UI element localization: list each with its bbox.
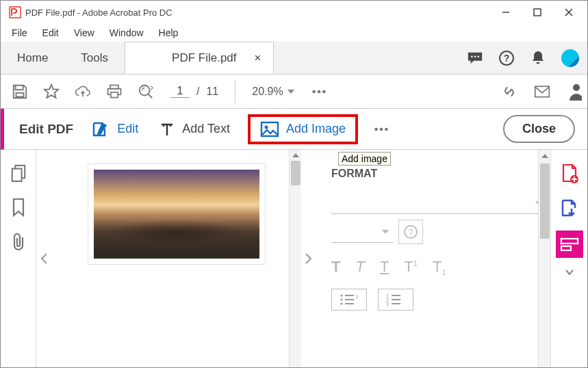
comment-icon[interactable]	[467, 50, 483, 66]
menu-help[interactable]: Help	[152, 25, 186, 40]
bold-button[interactable]: T	[331, 258, 340, 276]
cloud-upload-icon[interactable]	[75, 83, 91, 100]
page-input[interactable]	[170, 85, 190, 98]
page-thumbnail[interactable]	[88, 163, 266, 265]
link-icon[interactable]	[501, 83, 517, 100]
subscript-button[interactable]: T1	[433, 258, 446, 276]
person-icon[interactable]	[567, 83, 583, 100]
svg-text:?: ?	[504, 53, 510, 64]
editbar-title: Edit PDF	[19, 122, 73, 137]
tab-home[interactable]: Home	[1, 42, 64, 74]
menu-file[interactable]: File	[5, 25, 34, 40]
svg-point-17	[322, 90, 326, 93]
svg-point-49	[576, 242, 578, 244]
document-area	[51, 150, 301, 367]
save-icon[interactable]	[12, 83, 28, 100]
editbar-more-icon[interactable]	[373, 121, 389, 137]
add-text-label: Add Text	[182, 122, 230, 136]
toolbar: / 11 20.9%	[1, 75, 587, 109]
minimize-button[interactable]	[490, 2, 522, 23]
svg-point-5	[471, 55, 473, 57]
divider	[235, 80, 235, 103]
prev-page-button[interactable]	[36, 253, 51, 264]
svg-point-31	[340, 299, 342, 301]
svg-point-15	[312, 90, 316, 93]
help-box-button[interactable]: ?	[398, 220, 423, 244]
next-page-button[interactable]	[301, 253, 316, 264]
star-icon[interactable]	[43, 83, 60, 100]
svg-rect-12	[111, 92, 118, 97]
avatar[interactable]	[561, 49, 579, 67]
add-image-label: Add Image	[286, 122, 346, 136]
svg-point-47	[576, 237, 578, 239]
add-image-button[interactable]: Add Image	[248, 114, 358, 144]
more-icon[interactable]	[311, 83, 327, 100]
close-tab-icon[interactable]: ×	[252, 51, 264, 65]
svg-point-19	[573, 84, 580, 91]
page-sep: /	[196, 86, 199, 98]
main-area: Add image FORMAT ? T T T T1 T1 123	[1, 150, 587, 367]
tab-tools[interactable]: Tools	[64, 42, 125, 74]
svg-point-16	[317, 90, 320, 93]
svg-point-48	[560, 242, 562, 244]
photo-content	[94, 170, 259, 259]
pages-panel-icon[interactable]	[10, 165, 27, 181]
right-tool-rail	[550, 150, 587, 367]
tab-document[interactable]: PDF File.pdf ×	[125, 42, 274, 74]
text-icon	[159, 121, 175, 137]
app-icon	[9, 6, 21, 18]
zoom-dropdown[interactable]: 20.9%	[252, 86, 294, 98]
number-list-button[interactable]: 123	[378, 289, 413, 311]
svg-point-46	[560, 237, 562, 239]
edit-pdf-tool[interactable]	[556, 231, 583, 258]
italic-button[interactable]: T	[355, 258, 364, 276]
panel-scrollbar[interactable]	[538, 150, 550, 367]
svg-point-29	[340, 295, 342, 297]
panel-scroll-handle[interactable]	[540, 163, 550, 239]
font-selector[interactable]	[331, 192, 546, 214]
svg-rect-26	[12, 169, 21, 181]
format-heading: FORMAT	[331, 168, 546, 180]
more-tools-caret[interactable]	[556, 266, 583, 278]
help-icon[interactable]: ?	[498, 50, 515, 66]
edit-pdf-bar: Edit PDF Edit Add Text Add Image Close	[1, 109, 587, 150]
tab-document-label: PDF File.pdf	[172, 51, 236, 65]
search-icon[interactable]	[138, 83, 154, 100]
superscript-button[interactable]: T1	[404, 258, 418, 276]
title-bar: PDF File.pdf - Adobe Acrobat Pro DC	[1, 1, 587, 24]
underline-button[interactable]: T	[380, 258, 389, 276]
svg-text:3: 3	[386, 302, 389, 306]
menu-window[interactable]: Window	[103, 25, 151, 40]
edit-button[interactable]: Edit	[88, 118, 141, 141]
svg-line-14	[149, 94, 153, 98]
create-pdf-tool[interactable]	[556, 159, 583, 187]
maximize-button[interactable]	[522, 2, 553, 23]
menu-view[interactable]: View	[67, 25, 101, 40]
svg-point-33	[340, 303, 342, 305]
image-icon	[260, 121, 279, 137]
svg-rect-2	[534, 9, 541, 16]
attachments-panel-icon[interactable]	[10, 233, 27, 250]
menu-bar: File Edit View Window Help	[1, 24, 587, 42]
print-icon[interactable]	[106, 83, 123, 100]
svg-rect-44	[561, 239, 578, 244]
left-sidebar	[1, 150, 36, 367]
export-pdf-tool[interactable]	[556, 195, 583, 222]
zoom-value: 20.9%	[252, 86, 283, 98]
svg-point-13	[140, 85, 150, 95]
tab-bar: Home Tools PDF File.pdf × ?	[1, 42, 587, 75]
bullet-list-button[interactable]	[331, 289, 367, 311]
bell-icon[interactable]	[530, 50, 546, 66]
doc-scrollbar[interactable]	[289, 150, 301, 367]
text-format-row: T T T T1 T1	[331, 250, 546, 285]
menu-edit[interactable]: Edit	[36, 25, 66, 40]
close-editbar-button[interactable]: Close	[503, 115, 575, 143]
close-window-button[interactable]	[553, 2, 585, 23]
mail-icon[interactable]	[534, 83, 550, 100]
scrollbar-handle[interactable]	[291, 161, 301, 185]
add-text-button[interactable]: Add Text	[156, 118, 233, 140]
size-selector[interactable]	[331, 221, 393, 243]
bookmark-panel-icon[interactable]	[10, 199, 27, 215]
page-total: 11	[206, 86, 218, 98]
svg-point-21	[264, 125, 268, 129]
